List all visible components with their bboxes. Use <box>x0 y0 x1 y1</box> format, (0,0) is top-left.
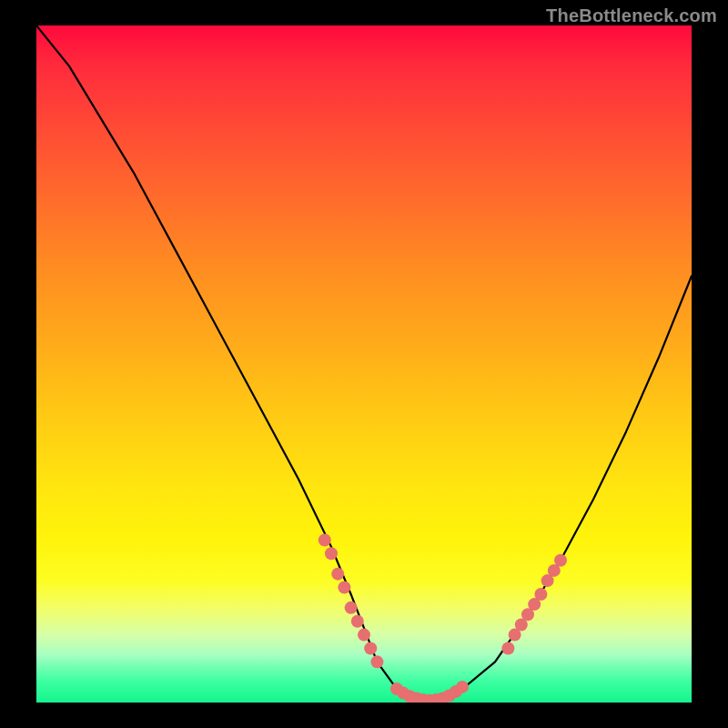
data-marker <box>318 533 331 546</box>
data-marker <box>534 588 547 601</box>
data-marker <box>370 655 383 668</box>
data-marker <box>345 602 358 614</box>
data-marker <box>331 568 344 581</box>
data-marker <box>358 629 370 642</box>
marker-layer <box>318 533 567 703</box>
data-marker <box>456 681 469 693</box>
data-marker <box>325 547 338 560</box>
bottleneck-curve <box>36 25 692 703</box>
data-marker <box>554 554 567 567</box>
plot-area <box>36 25 692 703</box>
data-marker <box>351 615 364 628</box>
watermark-text: TheBottleneck.com <box>546 5 717 26</box>
chart-frame: TheBottleneck.com <box>0 0 728 728</box>
data-marker <box>338 581 350 594</box>
curve-layer <box>36 25 692 703</box>
chart-svg <box>36 25 692 703</box>
data-marker <box>364 642 377 654</box>
data-marker <box>501 642 514 654</box>
